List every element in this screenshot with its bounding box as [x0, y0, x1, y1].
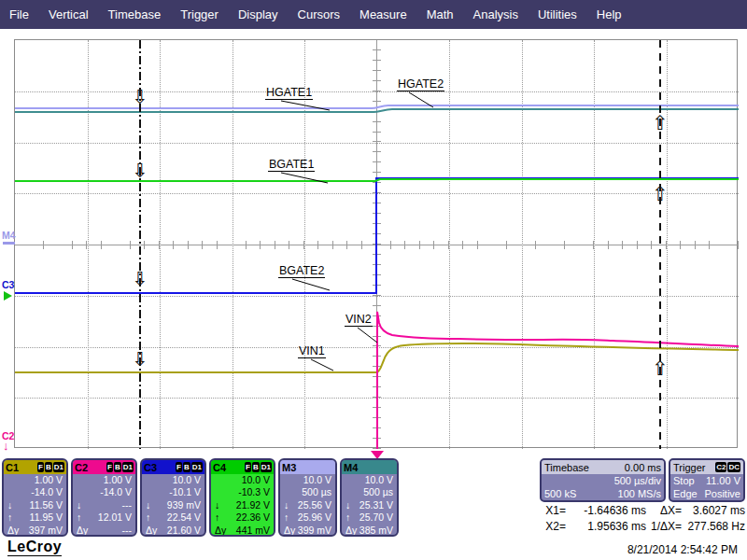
c2-offscreen-arrow-icon: ↓	[3, 439, 9, 453]
c1-header: C1 F B D1	[4, 460, 66, 474]
menu-utilities[interactable]: Utilities	[538, 7, 577, 21]
up-cursor-icon: ↑	[7, 511, 12, 524]
menu-display[interactable]: Display	[238, 7, 278, 21]
badge-d1: D1	[261, 462, 272, 472]
timebase-scale: 500 µs/div	[614, 474, 661, 487]
m3-vdiv: 10.0 V	[280, 474, 335, 486]
wave-label-hgate1[interactable]: HGATE1	[265, 87, 313, 100]
menu-analysis[interactable]: Analysis	[473, 7, 518, 21]
badge-d1: D1	[191, 462, 203, 472]
menu-math[interactable]: Math	[427, 7, 454, 21]
trigger-title: Trigger	[673, 462, 705, 473]
badge-f: F	[106, 462, 113, 472]
badge-f: F	[245, 462, 251, 472]
cursor1-marker-down-icon[interactable]: ⇩	[130, 269, 150, 288]
channel-box-c3[interactable]: C3 F B D1 10.0 V -10.1 V ↓939 mV ↑22.54 …	[140, 458, 206, 537]
m4-tdiv: 500 µs	[342, 486, 397, 498]
cursor1-marker-down-icon[interactable]: ⇩	[130, 349, 150, 369]
badge-b: B	[183, 462, 190, 472]
wave-label-bgate2[interactable]: BGATE2	[278, 265, 325, 278]
c4-offset: -10.3 V	[211, 486, 274, 498]
badge-b: B	[252, 462, 260, 472]
cursor1-marker-down-icon[interactable]: ⇩	[130, 87, 150, 106]
m4-delta-value: 385 mV	[359, 525, 393, 537]
m4-cursor2-value: 25.70 V	[359, 511, 393, 524]
c1-offset: -14.0 V	[4, 486, 66, 498]
wave-label-bgate1[interactable]: BGATE1	[268, 159, 315, 172]
down-cursor-icon: ↓	[345, 499, 350, 511]
timestamp: 8/21/2014 2:54:42 PM	[627, 543, 738, 556]
menu-trigger[interactable]: Trigger	[180, 7, 218, 21]
wave-label-hgate2[interactable]: HGATE2	[397, 78, 444, 91]
badge-b: B	[45, 462, 52, 472]
edge-marker-c3[interactable]: C3	[2, 280, 14, 289]
wave-label-vin2[interactable]: VIN2	[345, 314, 373, 327]
menu-measure[interactable]: Measure	[359, 7, 407, 21]
cursor2-marker-up-icon[interactable]: ⇧	[650, 113, 670, 133]
cursor1-marker-down-icon[interactable]: ⇩	[130, 161, 150, 180]
edge-marker-m4[interactable]: M4	[2, 231, 16, 240]
m3-label: M3	[282, 462, 296, 473]
trace-vin2-c2	[377, 312, 739, 449]
badge-b: B	[114, 462, 121, 472]
up-cursor-icon: ↑	[345, 511, 350, 524]
x2-value: 1.95636 ms	[568, 520, 646, 533]
delta-y-icon: Δy	[77, 525, 88, 537]
up-cursor-icon: ↑	[77, 511, 81, 524]
menu-timebase[interactable]: Timebase	[108, 7, 162, 21]
channel-box-c1[interactable]: C1 F B D1 1.00 V -14.0 V ↓11.56 V ↑11.95…	[2, 458, 68, 537]
cursor2-marker-up-icon[interactable]: ⇧	[650, 358, 670, 378]
c1-cursor1-value: 11.56 V	[30, 499, 63, 511]
x1-label: X1=	[538, 504, 568, 517]
c1-cursor2-value: 11.95 V	[30, 511, 63, 524]
channel-box-m4[interactable]: M4 10.0 V 500 µs ↓25.31 V ↑25.70 V Δy385…	[340, 458, 399, 537]
badge-f: F	[176, 462, 182, 472]
wave-label-vin1[interactable]: VIN1	[298, 345, 326, 358]
m4-header: M4	[342, 460, 397, 474]
menu-help[interactable]: Help	[597, 7, 622, 21]
up-cursor-icon: ↑	[146, 511, 150, 524]
badge-d1: D1	[122, 462, 134, 472]
trace-hgate1-m3	[15, 105, 739, 108]
c2-offset: -14.0 V	[73, 486, 135, 498]
down-cursor-icon: ↓	[77, 499, 81, 511]
menu-cursors[interactable]: Cursors	[298, 7, 341, 21]
down-cursor-icon: ↓	[146, 499, 150, 511]
channel-box-m3[interactable]: M3 10.0 V 500 µs ↓25.56 V ↑25.96 V Δy399…	[278, 458, 337, 537]
c2-delta-value: ---	[122, 525, 133, 537]
label-leader-vin1	[311, 359, 333, 371]
up-cursor-icon: ↑	[215, 511, 219, 524]
c2-header: C2 F B D1	[73, 460, 135, 474]
delta-y-icon: Δy	[345, 525, 357, 537]
m3-header: M3	[280, 460, 335, 474]
label-leader-bgate2	[292, 279, 330, 290]
trigger-slope: Positive	[704, 487, 740, 500]
channel-box-c2[interactable]: C2 F B D1 1.00 V -14.0 V ↓--- ↑12.01 V Δ…	[71, 458, 137, 537]
c4-delta-value: 441 mV	[236, 525, 270, 537]
cursor2-marker-up-icon[interactable]: ⇧	[650, 184, 670, 203]
badge-f: F	[37, 462, 44, 472]
invdx-label: 1/ΔX=	[646, 520, 684, 533]
c4-vdiv: 10.0 V	[211, 474, 274, 486]
m3-tdiv: 500 µs	[280, 486, 335, 498]
c3-cursor1-value: 939 mV	[167, 499, 201, 511]
delta-y-icon: Δy	[215, 525, 226, 537]
delta-y-icon: Δy	[7, 525, 19, 537]
trigger-type: Edge	[673, 487, 698, 500]
trace-bgate2-c3	[15, 178, 739, 293]
trigger-mode: Stop	[673, 474, 695, 487]
c4-cursor2-value: 22.36 V	[236, 511, 270, 524]
c2-cursor1-value: ---	[122, 499, 133, 511]
c3-header: C3 F B D1	[142, 460, 204, 474]
timebase-box[interactable]: Timebase 0.00 ms 500 µs/div 500 kS 100 M…	[540, 458, 666, 502]
menu-file[interactable]: File	[9, 7, 29, 21]
trigger-box[interactable]: Trigger C2 DC Stop 11.00 V Edge Positive	[669, 458, 745, 502]
invdx-value: 277.568 Hz	[684, 520, 745, 533]
m4-level-marker	[3, 242, 15, 245]
trace-hgate2-m4	[15, 109, 739, 112]
cursor-line-x2[interactable]	[659, 40, 661, 449]
down-cursor-icon: ↓	[7, 499, 12, 511]
c4-ground-marker-icon[interactable]	[4, 291, 12, 301]
channel-box-c4[interactable]: C4 F B D1 10.0 V -10.3 V ↓21.92 V ↑22.36…	[209, 458, 275, 537]
menu-vertical[interactable]: Vertical	[49, 7, 89, 21]
